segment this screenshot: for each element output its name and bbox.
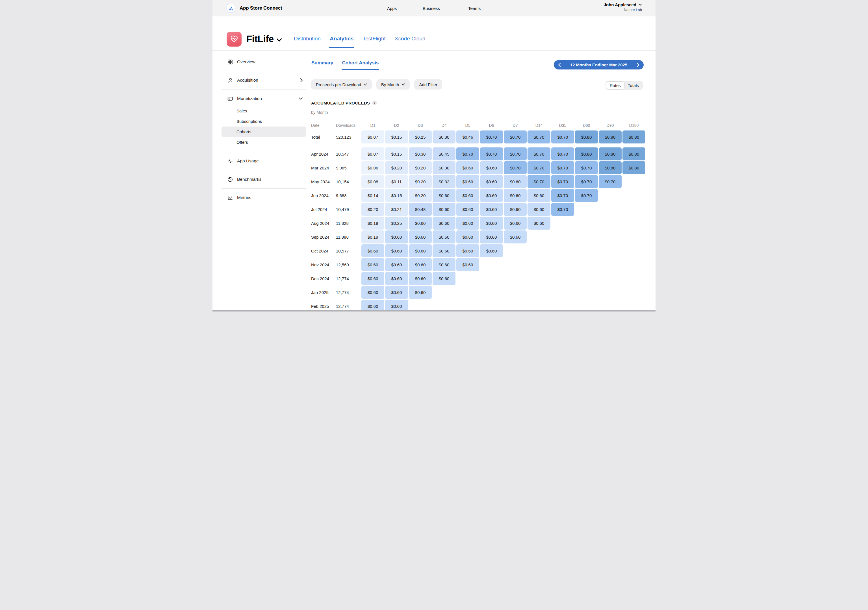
cohort-cell: $0.60 <box>409 258 432 271</box>
sidebar-item-app-usage[interactable]: App Usage <box>222 155 306 167</box>
cohort-cell: $0.60 <box>504 175 527 188</box>
person-add-icon <box>227 77 233 83</box>
chevron-left-icon[interactable] <box>558 63 561 67</box>
row-downloads: 9,965 <box>336 161 361 174</box>
cohort-cell: $0.60 <box>432 189 456 202</box>
cohort-cell: $0.70 <box>480 147 503 160</box>
sidebar-item-sales[interactable]: Sales <box>222 105 306 116</box>
sidebar-item-benchmarks[interactable]: Benchmarks <box>222 173 306 186</box>
sidebar-item-metrics[interactable]: Metrics <box>222 191 306 204</box>
cohort-cell: $0.48 <box>409 203 432 216</box>
cohort-cell: $0.70 <box>575 161 598 174</box>
sidebar-item-subscriptions[interactable]: Subscriptions <box>222 116 306 127</box>
cohort-cell: $0.46 <box>456 130 479 144</box>
app-store-connect-logo-icon[interactable] <box>226 4 235 12</box>
cohort-cell: $0.60 <box>456 203 479 216</box>
cohort-cell: $0.45 <box>432 147 456 160</box>
cohort-cell: $0.06 <box>361 161 384 174</box>
cohort-cell: $0.70 <box>504 161 527 174</box>
table-row-jul-2024: Jul 202410,479$0.20$0.21$0.48$0.60$0.60$… <box>311 203 645 216</box>
sidebar-item-overview[interactable]: Overview <box>222 55 306 68</box>
grouping-filter-dropdown[interactable]: By Month <box>377 79 410 90</box>
tab-analytics[interactable]: Analytics <box>329 32 354 48</box>
nav-business[interactable]: Business <box>423 0 440 16</box>
date-range-label: 12 Months Ending: Mar 2025 <box>561 62 637 67</box>
tab-testflight[interactable]: TestFlight <box>362 32 386 48</box>
cohort-cell: $0.60 <box>456 217 479 229</box>
cohort-cell: $0.60 <box>480 175 503 188</box>
sidebar-item-offers[interactable]: Offers <box>222 137 306 147</box>
row-date: Jan 2025 <box>311 286 335 299</box>
cohort-cell: $0.60 <box>504 203 527 216</box>
sidebar: Overview Acquisition <box>222 55 306 204</box>
toggle-rates[interactable]: Rates <box>606 81 625 89</box>
cohort-cell: $0.70 <box>551 203 574 216</box>
chevron-down-icon <box>299 97 303 100</box>
cohort-cell: $0.80 <box>623 147 645 160</box>
nav-apps[interactable]: Apps <box>387 0 397 16</box>
tab-cohort-analysis[interactable]: Cohort Analysis <box>342 57 379 70</box>
app-switcher-chevron-icon[interactable] <box>276 38 282 42</box>
cohort-cell: $0.07 <box>361 130 384 144</box>
cohort-cell: $0.60 <box>361 244 384 257</box>
column-header-date: Date <box>311 123 335 130</box>
sidebar-item-label: Metrics <box>237 195 251 200</box>
cohort-cell: $0.70 <box>504 130 527 144</box>
analytics-subtabs: Summary Cohort Analysis <box>311 57 379 70</box>
user-menu[interactable]: John Appleseed Nature Lab <box>604 2 642 12</box>
chevron-down-icon <box>638 3 642 6</box>
chevron-right-icon <box>300 78 303 82</box>
cohort-cell: $0.30 <box>432 130 456 144</box>
cohort-cell: $0.80 <box>623 130 645 144</box>
cohort-cell: $0.25 <box>409 130 432 144</box>
metric-filter-dropdown[interactable]: Proceeds per Download <box>311 79 372 90</box>
cohort-cell: $0.70 <box>551 130 574 144</box>
chevron-right-icon[interactable] <box>637 63 639 67</box>
sidebar-item-monetization[interactable]: Monetization <box>222 92 306 105</box>
sidebar-item-cohorts[interactable]: Cohorts <box>222 127 306 137</box>
app-title: App Store Connect <box>240 5 282 11</box>
cohort-cell: $0.60 <box>385 258 408 271</box>
cohort-table-header: DateDownloadsD1D2D3D4D5D6D7D14D35D60D90D… <box>311 123 645 130</box>
horizontal-scrollbar[interactable] <box>212 310 656 311</box>
cohort-cell: $0.60 <box>361 272 384 285</box>
app-store-connect-window: App Store Connect Apps Business Teams Jo… <box>212 0 656 311</box>
app-header: FitLife Distribution Analytics TestFligh… <box>226 30 426 48</box>
cohort-cell: $0.60 <box>456 244 479 257</box>
toggle-totals[interactable]: Totals <box>625 81 642 89</box>
section-subtitle: by Month <box>311 110 328 115</box>
cohort-cell: $0.60 <box>480 203 503 216</box>
add-filter-button[interactable]: Add Filter <box>414 79 442 90</box>
row-downloads: 9,688 <box>336 189 361 202</box>
app-tabs: Distribution Analytics TestFlight Xcode … <box>293 32 426 48</box>
column-header-d6: D6 <box>480 123 503 130</box>
monetization-subitems: Sales Subscriptions Cohorts Offers <box>222 105 306 149</box>
cohort-cell: $0.70 <box>551 147 574 160</box>
cohort-table: DateDownloadsD1D2D3D4D5D6D7D14D35D60D90D… <box>311 123 645 311</box>
cohort-cell: $0.60 <box>480 231 503 243</box>
cohort-cell: $0.20 <box>409 189 432 202</box>
cohort-cell: $0.70 <box>480 130 503 144</box>
cohort-cell: $0.80 <box>599 161 622 174</box>
tab-xcode-cloud[interactable]: Xcode Cloud <box>394 32 426 48</box>
cohort-cell: $0.70 <box>551 189 574 202</box>
cohort-cell: $0.70 <box>527 175 550 188</box>
cohort-cell: $0.60 <box>432 272 456 285</box>
cohort-cell: $0.60 <box>432 217 456 229</box>
nav-teams[interactable]: Teams <box>468 0 480 16</box>
cohort-table-body: Total520,123$0.07$0.15$0.25$0.30$0.46$0.… <box>311 130 645 311</box>
row-date: Apr 2024 <box>311 147 335 160</box>
date-range-picker[interactable]: 12 Months Ending: Mar 2025 <box>554 60 644 70</box>
cohort-cell: $0.21 <box>385 203 408 216</box>
column-header-d4: D4 <box>432 123 456 130</box>
column-header-d35: D35 <box>551 123 574 130</box>
column-header-d1: D1 <box>361 123 384 130</box>
sidebar-item-acquisition[interactable]: Acquisition <box>222 74 306 87</box>
info-icon[interactable]: i <box>372 101 377 105</box>
divider <box>222 152 306 152</box>
tab-distribution[interactable]: Distribution <box>293 32 321 48</box>
cohort-cell: $0.60 <box>432 244 456 257</box>
card-icon <box>227 96 233 102</box>
tab-summary[interactable]: Summary <box>311 57 333 70</box>
row-date: Dec 2024 <box>311 272 335 285</box>
